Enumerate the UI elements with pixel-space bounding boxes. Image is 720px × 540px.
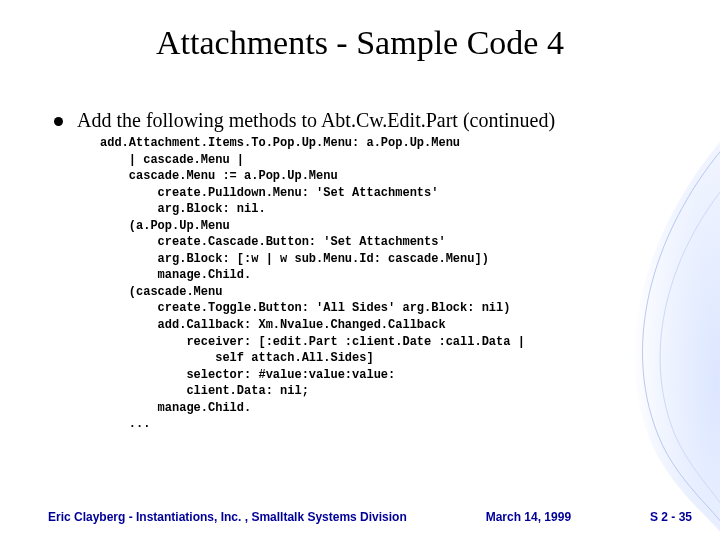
footer-author: Eric Clayberg - Instantiations, Inc. , S… [48,510,407,524]
lead-text: Add the following methods to Abt.Cw.Edit… [77,108,674,133]
footer-date: March 14, 1999 [486,510,571,524]
bullet-icon [54,117,63,126]
bullet-item: Add the following methods to Abt.Cw.Edit… [54,108,674,433]
slide-body: Add the following methods to Abt.Cw.Edit… [54,108,674,433]
code-block: add.Attachment.Items.To.Pop.Up.Menu: a.P… [100,135,674,433]
slide-title: Attachments - Sample Code 4 [0,24,720,62]
footer-page: S 2 - 35 [650,510,692,524]
slide: Attachments - Sample Code 4 Add the foll… [0,0,720,540]
footer: Eric Clayberg - Instantiations, Inc. , S… [48,510,692,524]
